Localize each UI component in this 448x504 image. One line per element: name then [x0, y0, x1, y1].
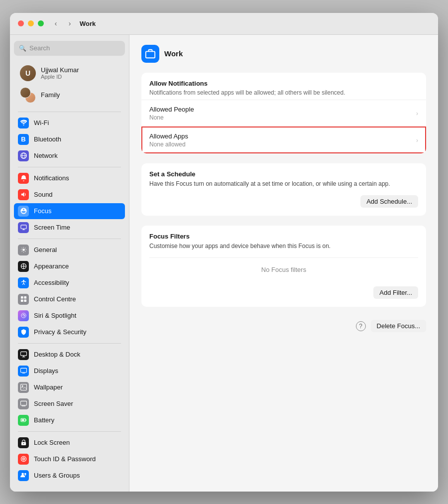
user-profile-item[interactable]: U Ujjwal Kumar Apple ID	[18, 64, 121, 83]
sidebar-label-users: Users & Groups	[34, 472, 80, 479]
sidebar-label-wallpaper: Wallpaper	[34, 383, 63, 391]
traffic-lights	[18, 20, 44, 26]
sidebar-item-users[interactable]: Users & Groups	[14, 468, 125, 484]
lockscreen-icon	[18, 437, 29, 448]
forward-button[interactable]: ›	[64, 17, 76, 29]
allowed-people-row[interactable]: Allowed People None ›	[141, 100, 426, 126]
allow-notifications-card: Allow Notifications Notifications from s…	[141, 73, 426, 154]
sidebar-label-control: Control Centre	[34, 295, 76, 303]
sidebar-item-privacy[interactable]: Privacy & Security	[14, 324, 125, 340]
sidebar-group-4: Desktop & Dock Displays	[14, 347, 125, 428]
sidebar-item-displays[interactable]: Displays	[14, 363, 125, 379]
sidebar-item-wifi[interactable]: Wi-Fi	[14, 115, 125, 131]
svg-rect-13	[20, 384, 26, 390]
user-name: Ujjwal Kumar	[41, 66, 79, 74]
sidebar-item-general[interactable]: General	[14, 242, 125, 258]
title-bar: ‹ › Work	[10, 13, 438, 35]
sidebar-label-notifications: Notifications	[34, 174, 69, 182]
sidebar-label-touchid: Touch ID & Password	[34, 455, 96, 463]
detail-pane: Work Allow Notifications Notifications f…	[129, 35, 438, 492]
wallpaper-icon	[18, 382, 29, 393]
sidebar-label-wifi: Wi-Fi	[34, 119, 49, 126]
sidebar-item-bluetooth[interactable]: B Bluetooth	[14, 131, 125, 147]
sidebar-label-sound: Sound	[34, 191, 53, 198]
user-section: U Ujjwal Kumar Apple ID Family	[14, 62, 125, 109]
divider-2	[18, 167, 121, 167]
family-item[interactable]: Family	[18, 86, 121, 105]
allowed-apps-row[interactable]: Allowed Apps None allowed ›	[141, 126, 426, 153]
svg-rect-7	[24, 296, 26, 299]
focus-icon	[18, 206, 29, 217]
sidebar-label-battery: Battery	[34, 416, 54, 424]
sidebar-label-bluetooth: Bluetooth	[34, 135, 61, 143]
sidebar-item-lockscreen[interactable]: Lock Screen	[14, 435, 125, 451]
network-icon	[18, 150, 29, 161]
close-button[interactable]	[18, 20, 24, 26]
back-button[interactable]: ‹	[50, 17, 62, 29]
svg-point-23	[21, 473, 24, 475]
bottom-actions: ? Delete Focus...	[141, 317, 426, 337]
schedule-title: Set a Schedule	[149, 170, 418, 178]
allow-notifications-header: Allow Notifications Notifications from s…	[141, 73, 426, 100]
battery-icon	[18, 415, 29, 426]
work-focus-icon	[141, 45, 159, 63]
maximize-button[interactable]	[38, 20, 44, 26]
sidebar-group-2: Notifications Sound	[14, 170, 125, 236]
allowed-apps-label: Allowed Apps	[149, 132, 188, 140]
accessibility-icon	[18, 277, 29, 288]
user-subtitle: Apple ID	[41, 74, 79, 80]
delete-focus-button[interactable]: Delete Focus...	[371, 320, 426, 332]
sidebar-label-general: General	[34, 246, 57, 253]
sidebar-item-appearance[interactable]: Appearance	[14, 258, 125, 274]
settings-window: ‹ › Work 🔍 Search U Ujjwal Kumar Apple I…	[10, 13, 438, 492]
sidebar-label-desktop: Desktop & Dock	[34, 351, 80, 358]
schedule-subtitle: Have this Focus turn on automatically at…	[149, 179, 418, 188]
sidebar-label-privacy: Privacy & Security	[34, 328, 86, 336]
sidebar-item-battery[interactable]: Battery	[14, 412, 125, 428]
help-button[interactable]: ?	[356, 321, 366, 331]
work-focus-title: Work	[164, 49, 183, 58]
svg-rect-25	[146, 51, 155, 58]
sidebar-group-3: General Appearance	[14, 242, 125, 340]
screensaver-icon	[18, 398, 29, 409]
control-icon	[18, 294, 29, 305]
focus-filters-subtitle: Customise how your apps and device behav…	[149, 242, 418, 251]
sidebar-item-siri[interactable]: Siri & Spotlight	[14, 308, 125, 324]
search-icon: 🔍	[19, 45, 26, 52]
family-avatar	[20, 87, 36, 103]
sidebar-item-wallpaper[interactable]: Wallpaper	[14, 379, 125, 395]
desktop-icon	[18, 349, 29, 360]
svg-rect-6	[20, 296, 23, 299]
sound-icon	[18, 189, 29, 200]
add-schedule-button[interactable]: Add Schedule...	[360, 195, 418, 208]
focus-filters-section: Focus Filters Customise how your apps an…	[141, 226, 426, 307]
user-info: Ujjwal Kumar Apple ID	[41, 66, 79, 80]
svg-rect-8	[20, 299, 23, 302]
sidebar-item-control[interactable]: Control Centre	[14, 291, 125, 307]
sidebar-item-screentime[interactable]: Screen Time	[14, 220, 125, 236]
sidebar-item-network[interactable]: Network	[14, 148, 125, 164]
no-filters-label: No Focus filters	[149, 257, 418, 281]
family-label: Family	[41, 91, 60, 99]
focus-filters-title: Focus Filters	[149, 233, 418, 240]
general-icon	[18, 245, 29, 255]
sidebar-item-desktop[interactable]: Desktop & Dock	[14, 347, 125, 363]
sidebar-item-notifications[interactable]: Notifications	[14, 170, 125, 186]
sidebar-item-screensaver[interactable]: Screen Saver	[14, 396, 125, 412]
add-filter-button[interactable]: Add Filter...	[373, 286, 418, 299]
allowed-apps-left: Allowed Apps None allowed	[149, 132, 188, 148]
minimize-button[interactable]	[28, 20, 34, 26]
sidebar-item-touchid[interactable]: Touch ID & Password	[14, 451, 125, 467]
sidebar-group-1: Wi-Fi B Bluetooth	[14, 115, 125, 164]
bluetooth-icon: B	[18, 134, 29, 145]
divider-3	[18, 239, 121, 239]
search-box[interactable]: 🔍 Search	[14, 41, 125, 56]
sidebar-item-sound[interactable]: Sound	[14, 187, 125, 203]
wifi-icon	[18, 118, 29, 128]
sidebar-item-accessibility[interactable]: Accessibility	[14, 275, 125, 291]
screentime-icon	[18, 222, 29, 233]
notifications-icon	[18, 173, 29, 184]
detail-header: Work	[141, 45, 426, 63]
sidebar-item-focus[interactable]: Focus	[14, 203, 125, 219]
divider-1	[18, 112, 121, 112]
